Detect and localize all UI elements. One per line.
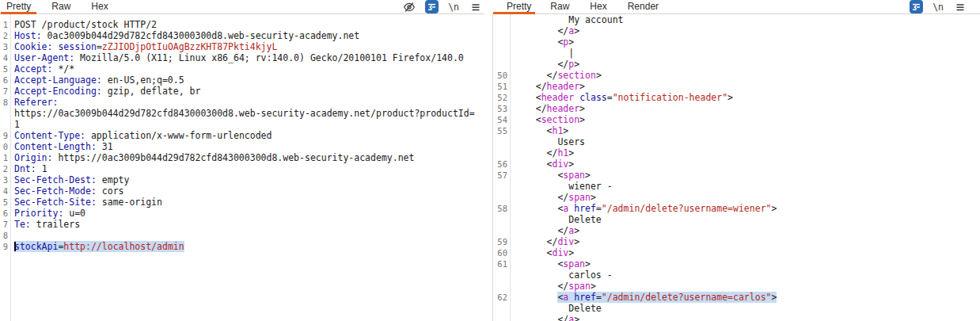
code-line[interactable]: 0Content-Length: 31 (0, 141, 484, 152)
code-line[interactable]: </a> (493, 25, 980, 36)
code-line[interactable]: 58 <a href="/admin/delete?username=wiene… (493, 203, 980, 214)
code-line[interactable]: 4User-Agent: Mozilla/5.0 (X11; Linux x86… (0, 52, 484, 63)
code-line[interactable]: 50 </section> (493, 70, 980, 81)
code-line[interactable]: </span> (493, 281, 980, 292)
code-line[interactable]: </h1> (493, 147, 980, 159)
code-line[interactable]: 3Cookie: session=zZJIODjpOtIuOAgBzzKHT87… (0, 41, 484, 52)
code-line[interactable]: https://0ac3009b044d29d782cfd843000300d8… (0, 108, 484, 119)
code-text: User-Agent: Mozilla/5.0 (X11; Linux x86_… (10, 52, 484, 63)
line-number: 60 (493, 247, 510, 258)
line-number (0, 119, 10, 130)
code-line[interactable]: 61 <span> (493, 258, 980, 269)
response-tab-bar: PrettyRawHexRender \n (492, 0, 980, 14)
code-line[interactable]: 4Sec-Fetch-Mode: cors (0, 185, 484, 197)
request-code-area[interactable]: 1POST /product/stock HTTP/22Host: 0ac300… (0, 14, 484, 321)
code-line[interactable]: 8 (0, 230, 484, 241)
line-number (493, 192, 510, 203)
code-text: Content-Type: application/x-www-form-url… (10, 130, 484, 141)
line-number: 0 (0, 141, 10, 152)
line-number: 4 (0, 185, 10, 197)
code-line[interactable]: wiener - (493, 181, 980, 192)
code-text: </p> (510, 59, 980, 70)
code-text: Sec-Fetch-Dest: empty (10, 174, 484, 185)
line-number: 62 (493, 292, 510, 303)
code-line[interactable]: 5Accept: */* (0, 63, 484, 75)
code-text: </div> (510, 236, 980, 247)
selection-highlight: <a href="/admin/delete?username=carlos"> (557, 292, 777, 303)
code-line[interactable]: carlos - (493, 269, 980, 281)
line-number: 59 (493, 236, 510, 247)
code-text: carlos - (510, 269, 980, 281)
code-line[interactable]: 60 <div> (493, 247, 980, 258)
code-text: Te: trailers (10, 219, 484, 230)
tab-pretty[interactable]: Pretty (493, 0, 535, 13)
code-line[interactable]: </a> (493, 314, 980, 321)
line-number: 57 (493, 170, 510, 181)
code-line[interactable]: 1POST /product/stock HTTP/2 (0, 19, 484, 30)
code-line[interactable]: 7Accept-Encoding: gzip, deflate, br (0, 86, 484, 97)
code-text: <h1> (510, 125, 980, 136)
tab-render[interactable]: Render (622, 0, 664, 13)
code-line[interactable]: 56 <div> (493, 159, 980, 170)
code-line[interactable]: </p> (493, 59, 980, 70)
code-text: <a href="/admin/delete?username=carlos"> (510, 292, 980, 303)
code-line[interactable]: 7Te: trailers (0, 219, 484, 230)
code-line[interactable]: 62 <a href="/admin/delete?username=carlo… (493, 292, 980, 303)
code-line[interactable]: | (493, 48, 980, 59)
response-code-area[interactable]: My account </a> <p> | </p>50 </section>5… (492, 14, 980, 321)
code-line[interactable]: My account (493, 14, 980, 25)
code-line[interactable]: </span> (493, 192, 980, 203)
wrap-lines-icon[interactable] (425, 0, 439, 13)
code-line[interactable]: 53 </header> (493, 103, 980, 114)
code-line[interactable]: 6Priority: u=0 (0, 208, 484, 219)
code-line[interactable]: 8Referer: (0, 97, 484, 108)
line-number: 6 (0, 208, 10, 219)
code-line[interactable]: 59 </div> (493, 236, 980, 247)
eye-off-icon[interactable] (402, 0, 416, 13)
code-line[interactable]: Users (493, 136, 980, 147)
line-number (493, 225, 510, 236)
tab-raw[interactable]: Raw (545, 0, 575, 13)
tab-pretty[interactable]: Pretty (1, 0, 36, 13)
tab-hex[interactable]: Hex (584, 0, 612, 13)
code-line[interactable]: 54 <section> (493, 114, 980, 125)
code-line[interactable]: 52 <header class="notification-header"> (493, 92, 980, 103)
code-line[interactable]: Delete (493, 214, 980, 225)
newline-icon[interactable]: \n (448, 0, 459, 13)
line-number: 5 (0, 197, 10, 208)
code-line[interactable]: 51 </header> (493, 81, 980, 92)
tab-raw[interactable]: Raw (46, 0, 76, 13)
code-line[interactable]: 55 <h1> (493, 125, 980, 136)
code-line[interactable]: 6Accept-Language: en-US,en;q=0.5 (0, 75, 484, 86)
wrap-lines-icon[interactable] (910, 0, 923, 13)
line-number (493, 314, 510, 321)
code-text: Users (510, 136, 980, 147)
tab-hex[interactable]: Hex (85, 0, 113, 13)
code-line[interactable]: 1Origin: https://0ac3009b044d29d782cfd84… (0, 152, 484, 163)
newline-icon[interactable]: \n (933, 0, 944, 13)
pane-splitter[interactable] (484, 0, 492, 321)
line-number: 2 (0, 163, 10, 174)
code-line[interactable]: Delete (493, 303, 980, 314)
code-line[interactable]: 2Dnt: 1 (0, 163, 484, 174)
code-text: Accept-Encoding: gzip, deflate, br (10, 86, 484, 97)
code-line[interactable]: 3Sec-Fetch-Dest: empty (0, 174, 484, 185)
line-number (493, 25, 510, 36)
code-text: | (510, 48, 980, 59)
menu-icon[interactable] (953, 0, 967, 13)
code-line[interactable]: 9Content-Type: application/x-www-form-ur… (0, 130, 484, 141)
code-line[interactable]: <p> (493, 36, 980, 48)
code-text: Priority: u=0 (10, 208, 484, 219)
line-number: 9 (0, 241, 10, 252)
code-text: Sec-Fetch-Site: same-origin (10, 197, 484, 208)
code-line[interactable]: 2Host: 0ac3009b044d29d782cfd843000300d8.… (0, 30, 484, 41)
code-line[interactable]: 1 (0, 119, 484, 130)
code-line[interactable]: 5Sec-Fetch-Site: same-origin (0, 197, 484, 208)
code-line[interactable]: 57 <span> (493, 170, 980, 181)
code-text: Dnt: 1 (10, 163, 484, 174)
code-line[interactable]: 9stockApi=http://localhost/admin (0, 241, 484, 252)
line-number: 52 (493, 92, 510, 103)
menu-icon[interactable] (469, 0, 482, 13)
code-line[interactable]: </a> (493, 225, 980, 236)
code-text: Host: 0ac3009b044d29d782cfd843000300d8.w… (10, 30, 484, 41)
